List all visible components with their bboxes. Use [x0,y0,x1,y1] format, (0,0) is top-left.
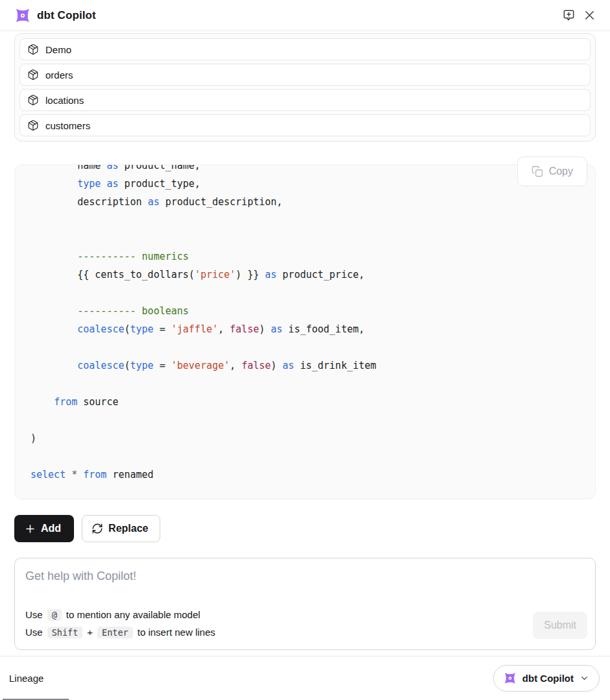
tab-lineage-label: Lineage [9,673,43,684]
hint-text: Use [25,609,43,620]
hint-text: + [87,627,93,638]
hint-text: to insert new lines [138,627,215,638]
model-chip-orders[interactable]: orders [19,64,591,86]
kbd-at: @ [47,609,62,621]
dbt-logo-icon [14,8,31,23]
model-chip-locations[interactable]: locations [19,89,591,111]
hint-mention: Use @ to mention any available model [25,606,215,623]
close-icon [583,9,596,21]
code-line: name as product_name, [30,165,587,175]
code-line [30,229,587,247]
code-line: coalesce(type = 'beverage', false) as is… [30,356,587,375]
add-button[interactable]: Add [14,515,74,542]
plus-icon [25,523,36,534]
package-icon [27,119,39,131]
chevron-down-icon [580,673,589,683]
hint-text: Use [25,627,43,638]
code-line [30,338,587,356]
code-line: ---------- numerics [30,247,587,266]
copilot-selector-button[interactable]: dbt Copilot [493,665,600,692]
panel-header: dbt Copilot [0,0,610,31]
code-block: Copy name as product_name, type as produ… [14,164,596,499]
footer-bar: Lineage dbt Copilot [0,656,610,700]
header-actions [561,7,597,23]
code-line: type as product_type, [30,175,587,193]
code-scroll-area[interactable]: name as product_name, type as product_ty… [15,165,595,499]
model-chip-label: locations [45,95,84,106]
refresh-icon [92,523,103,534]
package-icon [27,94,39,106]
prompt-hints: Use @ to mention any available model Use… [25,606,215,641]
tab-lineage[interactable]: Lineage [9,656,56,700]
code-content: name as product_name, type as product_ty… [15,165,595,484]
prompt-input[interactable]: Get help with Copilot! [25,569,585,583]
code-line [30,211,587,229]
model-list: Demo orders locations customers [14,33,596,142]
submit-button[interactable]: Submit [533,612,587,639]
add-button-label: Add [41,523,61,534]
dbt-logo-icon [504,672,517,684]
copy-icon [531,166,543,177]
model-chip-label: customers [45,120,90,131]
copilot-selector-label: dbt Copilot [522,673,574,684]
code-line [30,375,587,393]
kbd-enter: Enter [97,627,133,638]
add-to-editor-button[interactable] [561,7,577,23]
model-chip-label: Demo [45,44,71,55]
code-line [30,284,587,302]
code-actions: Add Replace [14,515,596,542]
code-line [30,447,587,466]
model-chip-demo[interactable]: Demo [19,38,591,60]
copy-button[interactable]: Copy [517,156,587,186]
package-icon [27,69,39,81]
package-icon [27,44,39,55]
model-chip-label: orders [45,69,73,81]
code-line: select * from renamed [30,466,587,484]
code-line: from source [30,393,587,411]
model-chip-customers[interactable]: customers [19,114,591,136]
code-line: coalesce(type = 'jaffle', false) as is_f… [30,320,587,338]
dbt-copilot-panel: dbt Copilot Demo orders [0,0,610,700]
panel-title: dbt Copilot [37,9,96,22]
replace-button-label: Replace [108,523,148,534]
kbd-shift: Shift [47,627,83,638]
close-button[interactable] [582,8,597,23]
code-line: description as product_description, [30,193,587,211]
add-to-editor-icon [562,8,576,22]
code-line [30,411,587,429]
copy-button-label: Copy [549,166,573,177]
hint-text: to mention any available model [66,609,201,620]
code-line: ---------- booleans [30,302,587,320]
code-line: {{ cents_to_dollars('price') }} as produ… [30,266,587,284]
code-line: ) [30,429,587,447]
replace-button[interactable]: Replace [82,515,160,542]
hint-newline: Use Shift + Enter to insert new lines [25,623,215,641]
prompt-box: Get help with Copilot! Use @ to mention … [14,558,596,650]
